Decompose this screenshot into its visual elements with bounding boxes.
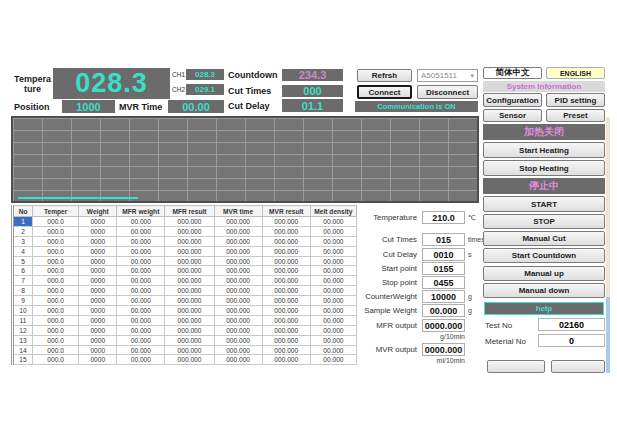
table-row[interactable]: 15000.0000000.000000.000000.000000.00000…	[13, 355, 357, 365]
table-cell[interactable]: 000.0	[33, 296, 79, 306]
table-cell[interactable]: 000.000	[262, 315, 310, 325]
row-number-cell[interactable]: 14	[13, 345, 33, 355]
table-cell[interactable]: 0000	[79, 325, 117, 335]
table-cell[interactable]: 000.000	[262, 236, 310, 246]
table-cell[interactable]: 000.000	[262, 276, 310, 286]
row-number-cell[interactable]: 3	[13, 236, 33, 246]
table-cell[interactable]: 0000	[79, 355, 117, 365]
table-cell[interactable]: 000.000	[214, 217, 262, 227]
table-cell[interactable]: 000.000	[262, 296, 310, 306]
table-cell[interactable]: 00.000	[117, 355, 165, 365]
table-row[interactable]: 5000.0000000.000000.000000.000000.00000.…	[13, 256, 357, 266]
table-cell[interactable]: 000.000	[214, 286, 262, 296]
configuration-button[interactable]: Configuration	[483, 93, 542, 107]
row-number-cell[interactable]: 10	[13, 306, 33, 316]
table-cell[interactable]: 000.000	[214, 276, 262, 286]
table-cell[interactable]: 00.000	[117, 315, 165, 325]
table-row[interactable]: 10000.0000000.000000.000000.000000.00000…	[13, 306, 357, 316]
table-cell[interactable]: 0000	[79, 335, 117, 345]
table-cell[interactable]: 000.0	[33, 266, 79, 276]
table-cell[interactable]: 000.0	[33, 345, 79, 355]
table-cell[interactable]: 000.000	[214, 246, 262, 256]
results-table[interactable]: NoTemperWeightMFR weightMFR resultMVR ti…	[11, 205, 357, 365]
table-cell[interactable]: 000.000	[262, 355, 310, 365]
pid-setting-button[interactable]: PID setting	[546, 93, 605, 107]
table-cell[interactable]: 0000	[79, 266, 117, 276]
sensor-button[interactable]: Sensor	[483, 109, 542, 122]
row-number-cell[interactable]: 2	[13, 226, 33, 236]
table-cell[interactable]: 00.000	[310, 217, 356, 227]
table-cell[interactable]: 00.000	[117, 266, 165, 276]
table-cell[interactable]: 000.000	[165, 256, 214, 266]
table-cell[interactable]: 000.000	[262, 256, 310, 266]
table-cell[interactable]: 000.000	[165, 286, 214, 296]
table-cell[interactable]: 0000	[79, 276, 117, 286]
table-cell[interactable]: 0000	[79, 296, 117, 306]
table-cell[interactable]: 000.0	[33, 246, 79, 256]
table-cell[interactable]: 00.000	[310, 266, 356, 276]
table-cell[interactable]: 0000	[79, 345, 117, 355]
table-cell[interactable]: 0000	[79, 306, 117, 316]
table-cell[interactable]: 000.0	[33, 325, 79, 335]
table-row[interactable]: 12000.0000000.000000.000000.000000.00000…	[13, 325, 357, 335]
table-cell[interactable]: 000.000	[214, 315, 262, 325]
row-number-cell[interactable]: 11	[13, 315, 33, 325]
table-cell[interactable]: 00.000	[117, 296, 165, 306]
field-value-input[interactable]: 210.0	[422, 211, 465, 224]
table-cell[interactable]: 000.0	[33, 276, 79, 286]
table-row[interactable]: 9000.0000000.000000.000000.000000.00000.…	[13, 296, 357, 306]
table-cell[interactable]: 000.0	[33, 335, 79, 345]
language-english-button[interactable]: ENGLISH	[546, 67, 605, 79]
table-cell[interactable]: 000.0	[33, 306, 79, 316]
table-cell[interactable]: 000.000	[262, 246, 310, 256]
test-no-field[interactable]: 02160	[538, 318, 605, 331]
row-number-cell[interactable]: 1	[13, 217, 33, 227]
table-cell[interactable]: 00.000	[310, 246, 356, 256]
start-heating-button[interactable]: Start Heating	[483, 142, 605, 158]
field-value-input[interactable]: 00.000	[422, 304, 465, 317]
table-cell[interactable]: 00.000	[310, 335, 356, 345]
start-countdown-button[interactable]: Start Countdown	[483, 248, 605, 263]
stop-heating-button[interactable]: Stop Heating	[483, 160, 605, 176]
table-cell[interactable]: 000.000	[262, 306, 310, 316]
table-cell[interactable]: 000.000	[214, 226, 262, 236]
table-cell[interactable]: 00.000	[117, 226, 165, 236]
table-row[interactable]: 4000.0000000.000000.000000.000000.00000.…	[13, 246, 357, 256]
table-cell[interactable]: 00.000	[310, 315, 356, 325]
table-cell[interactable]: 000.000	[165, 226, 214, 236]
table-cell[interactable]: 000.000	[214, 296, 262, 306]
table-row[interactable]: 11000.0000000.000000.000000.000000.00000…	[13, 315, 357, 325]
table-cell[interactable]: 00.000	[117, 217, 165, 227]
table-cell[interactable]: 000.000	[165, 306, 214, 316]
field-value-input[interactable]: 0155	[422, 262, 465, 275]
table-cell[interactable]: 000.0	[33, 217, 79, 227]
table-cell[interactable]: 000.000	[262, 217, 310, 227]
row-number-cell[interactable]: 13	[13, 335, 33, 345]
table-cell[interactable]: 0000	[79, 256, 117, 266]
table-cell[interactable]: 00.000	[117, 345, 165, 355]
table-cell[interactable]: 0000	[79, 217, 117, 227]
material-no-field[interactable]: 0	[538, 334, 605, 347]
table-cell[interactable]: 00.000	[310, 286, 356, 296]
table-cell[interactable]: 00.000	[310, 236, 356, 246]
table-cell[interactable]: 000.0	[33, 355, 79, 365]
table-cell[interactable]: 00.000	[310, 296, 356, 306]
table-cell[interactable]: 000.0	[33, 256, 79, 266]
manual-cut-button[interactable]: Manual Cut	[483, 231, 605, 246]
table-row[interactable]: 1000.0000000.000000.000000.000000.00000.…	[13, 217, 357, 227]
language-chinese-button[interactable]: 简体中文	[483, 67, 542, 79]
table-cell[interactable]: 000.000	[262, 226, 310, 236]
row-number-cell[interactable]: 7	[13, 276, 33, 286]
table-cell[interactable]: 000.000	[165, 236, 214, 246]
row-number-cell[interactable]: 5	[13, 256, 33, 266]
table-row[interactable]: 2000.0000000.000000.000000.000000.00000.…	[13, 226, 357, 236]
table-row[interactable]: 6000.0000000.000000.000000.000000.00000.…	[13, 266, 357, 276]
manual-down-button[interactable]: Manual down	[483, 283, 605, 298]
table-cell[interactable]: 00.000	[310, 226, 356, 236]
row-number-cell[interactable]: 15	[13, 355, 33, 365]
table-cell[interactable]: 000.000	[214, 306, 262, 316]
table-cell[interactable]: 00.000	[117, 276, 165, 286]
table-cell[interactable]: 00.000	[310, 276, 356, 286]
table-cell[interactable]: 00.000	[310, 306, 356, 316]
table-cell[interactable]: 000.000	[262, 325, 310, 335]
